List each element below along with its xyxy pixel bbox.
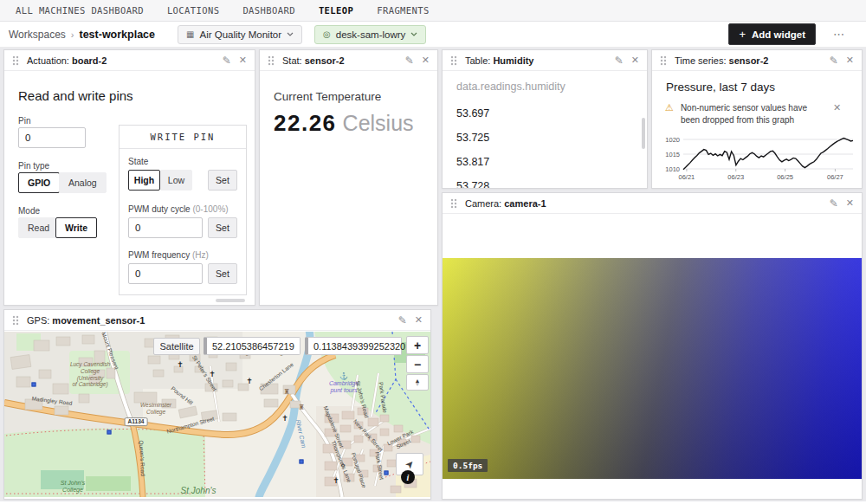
- close-icon[interactable]: ✕: [422, 55, 430, 65]
- widget-title: GPS: movement_sensor-1: [27, 315, 145, 326]
- zoom-in-button[interactable]: +: [406, 336, 429, 354]
- longitude-input[interactable]: 0.11384393992523201: [305, 337, 402, 355]
- widget-header: Table: Humidity ✎ ✕: [443, 50, 647, 71]
- church-icon: ✝: [209, 371, 216, 378]
- breadcrumb-workspaces[interactable]: Workspaces: [9, 29, 66, 41]
- zoom-out-button[interactable]: −: [406, 355, 429, 373]
- close-icon[interactable]: ✕: [415, 315, 423, 325]
- add-widget-button[interactable]: + Add widget: [728, 23, 816, 45]
- fps-badge: 0.5fps: [448, 459, 488, 472]
- warning-text: Non-numeric sensor values have been drop…: [681, 102, 818, 126]
- horizontal-scrollbar[interactable]: [216, 299, 245, 302]
- church-icon: ✝: [246, 378, 253, 385]
- plus-icon: +: [739, 28, 746, 41]
- widget-board: Actuation: board-2 ✎ ✕ Read and write pi…: [0, 48, 866, 501]
- table-row: 53.817: [456, 150, 633, 174]
- drag-handle-icon[interactable]: [450, 55, 457, 66]
- satellite-toggle-button[interactable]: Satellite: [153, 338, 200, 355]
- machine-select-label: desk-sam-lowry: [336, 29, 406, 40]
- add-widget-label: Add widget: [752, 29, 805, 40]
- state-low-button[interactable]: Low: [160, 170, 192, 191]
- page: ALL MACHINES DASHBOARDLOCATIONSDASHBOARD…: [0, 0, 866, 504]
- mode-write-button[interactable]: Write: [55, 217, 97, 238]
- edit-icon[interactable]: ✎: [405, 55, 414, 66]
- more-menu-icon[interactable]: ⋯: [833, 28, 845, 41]
- pin-input[interactable]: [18, 127, 86, 148]
- drag-handle-icon[interactable]: [660, 55, 667, 66]
- church-icon: ✝: [333, 477, 339, 485]
- widget-header: Stat: sensor-2 ✎ ✕: [260, 50, 437, 71]
- edit-icon[interactable]: ✎: [398, 315, 407, 326]
- vertical-scrollbar[interactable]: [642, 118, 645, 149]
- nav-item[interactable]: TELEOP: [319, 5, 353, 16]
- widget-title: Stat: sensor-2: [282, 55, 345, 66]
- widget-actuation: Actuation: board-2 ✎ ✕ Read and write pi…: [3, 49, 255, 306]
- latitude-input[interactable]: 52.2105386457219: [204, 337, 301, 355]
- state-set-button[interactable]: Set: [208, 170, 237, 191]
- drag-handle-icon[interactable]: [12, 315, 19, 326]
- nav-item[interactable]: ALL MACHINES DASHBOARD: [16, 5, 144, 16]
- church-icon: ✝: [281, 415, 288, 423]
- pwm-freq-set-button[interactable]: Set: [208, 263, 237, 284]
- marker-icon: [107, 430, 112, 435]
- close-icon[interactable]: ✕: [631, 55, 639, 65]
- chevron-down-icon: [287, 32, 294, 36]
- workspace-select-label: Air Quality Monitor: [199, 29, 281, 40]
- edit-icon[interactable]: ✎: [615, 55, 624, 66]
- state-label: State: [128, 157, 237, 166]
- top-nav: ALL MACHINES DASHBOARDLOCATIONSDASHBOARD…: [0, 0, 866, 22]
- tower-icon: ♜: [298, 404, 304, 411]
- nav-item[interactable]: DASHBOARD: [242, 5, 295, 16]
- map-canvas[interactable]: Mount PleasantMadingley RoadLucy Cavendi…: [4, 332, 430, 497]
- widget-title: Actuation: board-2: [27, 55, 107, 66]
- camera-stream[interactable]: 0.5fps: [443, 258, 862, 479]
- stat-value: 22.26: [274, 110, 337, 137]
- marker-icon: [385, 471, 389, 475]
- close-icon[interactable]: ✕: [239, 55, 247, 65]
- pin-type-gpio-button[interactable]: GPIO: [18, 172, 60, 193]
- info-icon[interactable]: i: [401, 470, 415, 484]
- widget-header: Actuation: board-2 ✎ ✕: [4, 50, 255, 71]
- widget-title: Time series: sensor-2: [675, 55, 768, 66]
- chevron-down-icon: [410, 32, 417, 36]
- breadcrumb-current[interactable]: test-workplace: [79, 29, 155, 41]
- synagogue-icon: ✡: [340, 462, 346, 468]
- pwm-duty-input[interactable]: [128, 217, 203, 238]
- pwm-duty-set-button[interactable]: Set: [208, 217, 237, 238]
- navigation-arrow-icon: ➤: [402, 457, 417, 472]
- nav-item[interactable]: LOCATIONS: [167, 5, 220, 16]
- edit-icon[interactable]: ✎: [223, 55, 231, 66]
- pin-label: Pin: [18, 116, 30, 126]
- drag-handle-icon[interactable]: [450, 198, 457, 209]
- nav-item[interactable]: FRAGMENTS: [377, 5, 430, 16]
- widget-camera: Camera: camera-1 ✎ ✕ 0.5fps: [442, 192, 863, 500]
- actuation-heading: Read and write pins: [18, 88, 133, 103]
- drag-handle-icon[interactable]: [12, 55, 19, 66]
- write-pin-panel: WRITE PIN State High Low Set PWM duty cy…: [119, 125, 247, 295]
- table-column-header: data.readings.humidity: [456, 81, 633, 93]
- write-pin-title: WRITE PIN: [120, 126, 246, 149]
- pin-type-label: Pin type: [18, 161, 49, 171]
- humidity-rows: 53.69753.72553.81753.728: [456, 101, 633, 189]
- pwm-freq-input[interactable]: [128, 263, 203, 284]
- table-row: 53.728: [456, 174, 633, 189]
- workspace-select[interactable]: ▦ Air Quality Monitor: [178, 25, 302, 44]
- machine-select[interactable]: ◎ desk-sam-lowry: [314, 25, 426, 44]
- close-icon[interactable]: ✕: [846, 55, 854, 65]
- compass-button[interactable]: ▲▼: [406, 374, 429, 391]
- warning-icon: ⚠: [665, 102, 674, 126]
- state-high-button[interactable]: High: [128, 170, 160, 191]
- warning-dismiss-icon[interactable]: ✕: [833, 102, 841, 126]
- svg-text:06/23: 06/23: [727, 173, 744, 181]
- marker-icon: [32, 383, 36, 387]
- widget-title: Table: Humidity: [465, 55, 533, 66]
- drag-handle-icon[interactable]: [268, 55, 275, 66]
- pin-type-analog-button[interactable]: Analog: [59, 172, 107, 193]
- svg-text:1020: 1020: [665, 136, 680, 144]
- close-icon[interactable]: ✕: [846, 198, 854, 208]
- svg-text:06/21: 06/21: [679, 173, 695, 181]
- chart-title: Pressure, last 7 days: [666, 81, 775, 94]
- edit-icon[interactable]: ✎: [830, 55, 838, 66]
- mode-read-button[interactable]: Read: [18, 217, 59, 238]
- edit-icon[interactable]: ✎: [830, 198, 838, 209]
